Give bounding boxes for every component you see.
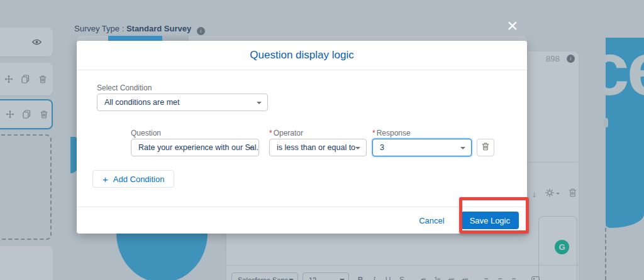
chevron-down-icon [355, 147, 360, 152]
delete-condition-button[interactable] [477, 139, 494, 156]
modal-header: Question display logic [77, 41, 527, 70]
plus-icon: + [103, 174, 108, 185]
response-value: 3 [380, 143, 384, 152]
operator-label: *Operator [269, 129, 303, 137]
required-marker: * [269, 129, 272, 137]
required-marker: * [372, 129, 375, 137]
chevron-down-icon [248, 147, 253, 152]
trash-icon [482, 143, 489, 153]
response-dropdown[interactable]: 3 [372, 139, 472, 156]
operator-value: is less than or equal to [277, 143, 355, 152]
annotation-highlight-box [459, 197, 529, 234]
cancel-button[interactable]: Cancel [419, 216, 444, 225]
select-condition-dropdown[interactable]: All conditions are met [97, 94, 268, 111]
add-condition-button[interactable]: + Add Condition [92, 170, 174, 188]
question-value: Rate your experience with our Sal... [138, 143, 259, 152]
operator-dropdown[interactable]: is less than or equal to [269, 139, 367, 156]
add-condition-label: Add Condition [113, 175, 165, 184]
question-label: Question [131, 129, 161, 137]
modal-title: Question display logic [250, 49, 353, 62]
select-condition-value: All conditions are met [104, 98, 180, 107]
chevron-down-icon [257, 102, 262, 107]
chevron-down-icon [460, 147, 465, 152]
close-icon[interactable]: × [507, 16, 518, 35]
response-label: *Response [372, 129, 411, 137]
question-dropdown[interactable]: Rate your experience with our Sal... [131, 139, 259, 156]
select-condition-label: Select Condition [97, 83, 152, 92]
